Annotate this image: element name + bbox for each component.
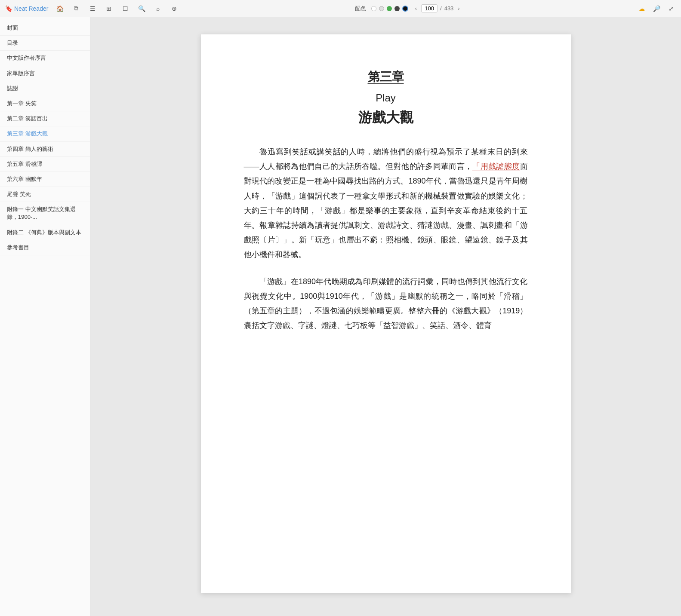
toolbar: 🔖 Neat Reader 🏠 ⧉ ☰ ⊞ ☐ 🔍 ⌕ ⊕ 配色 ‹ 100 /…: [0, 0, 681, 17]
sidebar-item-cover[interactable]: 封面: [0, 21, 90, 36]
color-dots: [371, 6, 408, 12]
color-white[interactable]: [371, 6, 376, 11]
cloud-icon[interactable]: ☁: [637, 4, 647, 13]
app-icon: 🔖: [5, 5, 12, 12]
search-a-icon[interactable]: 🔍: [137, 4, 146, 13]
grid-icon[interactable]: ⊞: [104, 4, 114, 13]
page-navigation: ‹ 100 / 433 ›: [413, 4, 462, 12]
book-page: 第三章 Play 游戲大觀 魯迅寫到笑話或講笑話的人時，總將他們的盛行視為預示了…: [201, 34, 571, 593]
chapter-header: 第三章 Play 游戲大觀: [244, 69, 528, 127]
reader-area[interactable]: 第三章 Play 游戲大觀 魯迅寫到笑話或講笑話的人時，總將他們的盛行視為預示了…: [90, 17, 681, 616]
sidebar-item-ch5[interactable]: 第五章 滑稽譚: [0, 157, 90, 172]
color-black[interactable]: [402, 6, 408, 12]
sidebar-item-appendix2[interactable]: 附錄二 《何典》版本與副文本: [0, 225, 90, 240]
sidebar-item-toc[interactable]: 目录: [0, 36, 90, 51]
paragraph-1: 魯迅寫到笑話或講笑話的人時，總將他們的盛行視為預示了某種末日的到來——人人都將為…: [244, 144, 528, 262]
prev-page-button[interactable]: ‹: [413, 4, 419, 12]
add-icon[interactable]: ⊕: [169, 4, 179, 13]
sidebar: 封面 目录 中文版作者序言 家單版序言 誌謝 第一章 失笑 第二章 笑話百出 第…: [0, 17, 90, 616]
toolbar-center: 配色 ‹ 100 / 433 ›: [186, 4, 630, 12]
app-title: Neat Reader: [14, 5, 48, 12]
copy-icon[interactable]: ⧉: [71, 4, 81, 13]
expand-icon[interactable]: ⤢: [666, 4, 676, 13]
sidebar-item-epilogue[interactable]: 尾聲 笑死: [0, 187, 90, 202]
sidebar-item-ch2[interactable]: 第二章 笑話百出: [0, 111, 90, 126]
search-right-icon[interactable]: 🔎: [652, 4, 661, 13]
sidebar-item-ch3[interactable]: 第三章 游戲大觀: [0, 126, 90, 141]
main-area: 封面 目录 中文版作者序言 家單版序言 誌謝 第一章 失笑 第二章 笑話百出 第…: [0, 17, 681, 616]
sidebar-item-references[interactable]: 參考書目: [0, 240, 90, 255]
highlight-text-1: 「用戲謔態度: [472, 162, 520, 171]
book-icon[interactable]: 🏠: [55, 4, 65, 13]
app-name: 🔖 Neat Reader: [5, 5, 48, 12]
doc-icon[interactable]: ☐: [120, 4, 130, 13]
color-lightgray[interactable]: [379, 6, 384, 11]
page-separator: /: [440, 5, 442, 12]
sidebar-item-preface-cn[interactable]: 中文版作者序言: [0, 51, 90, 66]
menu-icon[interactable]: ☰: [88, 4, 97, 13]
chapter-subtitle-cn: 游戲大觀: [244, 108, 528, 127]
total-pages: 433: [444, 5, 454, 12]
sidebar-item-ch6[interactable]: 第六章 幽默年: [0, 172, 90, 187]
chapter-number: 第三章: [244, 69, 528, 85]
sidebar-item-preface-family[interactable]: 家單版序言: [0, 66, 90, 81]
search-b-icon[interactable]: ⌕: [153, 4, 163, 13]
next-page-button[interactable]: ›: [456, 4, 461, 12]
color-green[interactable]: [387, 6, 392, 11]
sidebar-item-ch1[interactable]: 第一章 失笑: [0, 96, 90, 111]
color-label: 配色: [355, 5, 366, 12]
color-dark[interactable]: [394, 6, 400, 11]
sidebar-item-ch4[interactable]: 第四章 巋人的藝術: [0, 142, 90, 157]
sidebar-item-acknowledgments[interactable]: 誌謝: [0, 81, 90, 96]
toolbar-right: ☁ 🔎 ⤢: [637, 4, 676, 13]
paragraph-2: 「游戲」在1890年代晚期成為印刷媒體的流行詞彙，同時也傳到其他流行文化與視覺文…: [244, 274, 528, 333]
page-number-input[interactable]: 100: [421, 4, 438, 12]
sidebar-item-appendix1[interactable]: 附錄一 中文幽默笑話文集選錄，1900-...: [0, 202, 90, 225]
chapter-subtitle-en: Play: [244, 92, 528, 104]
